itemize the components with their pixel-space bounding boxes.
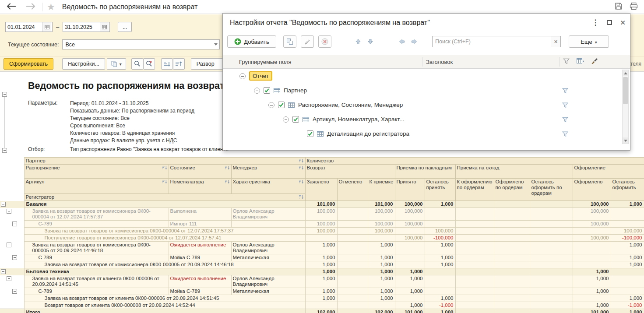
value-cell[interactable]: [494, 201, 530, 208]
value-cell[interactable]: [530, 295, 573, 302]
row-cell[interactable]: Заявка на возврат товаров от комиссионер…: [24, 208, 169, 221]
table-row[interactable]: Заявка на возврат товаров от клиента 0К0…: [0, 295, 644, 302]
value-cell[interactable]: 100,000: [395, 235, 425, 242]
value-cell[interactable]: [455, 254, 494, 261]
header-to-process-orders[interactable]: К оформлению по ордерам: [455, 179, 494, 201]
row-cell[interactable]: Металлическая: [231, 254, 305, 261]
value-cell[interactable]: [530, 235, 573, 242]
header-received[interactable]: Принято: [395, 179, 425, 201]
value-cell[interactable]: [494, 221, 530, 228]
row-label-cell[interactable]: Поступление товаров от комиссионера 0К00…: [24, 235, 305, 242]
table-row[interactable]: С-789Мойка С-789Металлическая1,0001,0001…: [0, 288, 644, 295]
row-cell[interactable]: Орлов Александр Владимирович: [231, 208, 305, 221]
header-nomenclature[interactable]: Номенклатура: [169, 179, 231, 194]
collapse-row-button[interactable]: [1, 269, 6, 274]
value-cell[interactable]: [573, 254, 611, 261]
dialog-menu-icon[interactable]: [591, 18, 599, 27]
row-label-cell[interactable]: Заявка на возврат товаров от комиссионер…: [24, 228, 305, 235]
value-cell[interactable]: [337, 261, 368, 268]
table-row[interactable]: Заявка на возврат товаров от клиента 0К0…: [0, 275, 644, 288]
header-cancelled[interactable]: Отменено: [337, 179, 368, 201]
sort-icon[interactable]: [299, 165, 304, 171]
tree-label[interactable]: Артикул, Номенклатура, Характ...: [313, 116, 404, 123]
value-cell[interactable]: [455, 302, 494, 309]
value-cell[interactable]: [455, 242, 494, 254]
value-cell[interactable]: [425, 208, 455, 221]
row-filter-icon[interactable]: [562, 116, 568, 124]
value-cell[interactable]: [611, 208, 644, 221]
value-cell[interactable]: 1,000: [611, 254, 644, 261]
row-label-cell[interactable]: Заявка на возврат товаров от клиента 0К0…: [24, 295, 305, 302]
value-cell[interactable]: 100,000: [395, 201, 425, 208]
value-cell[interactable]: [494, 235, 530, 242]
value-cell[interactable]: [611, 221, 644, 228]
value-cell[interactable]: 1,000: [305, 275, 337, 288]
table-row[interactable]: Заявка на возврат товаров от комиссионер…: [0, 261, 644, 268]
tree-checkbox[interactable]: [307, 130, 313, 137]
value-cell[interactable]: [530, 302, 573, 309]
row-label-cell[interactable]: Возврат товаров от клиента 0К00-000008 о…: [24, 302, 305, 309]
value-cell[interactable]: [530, 254, 573, 261]
value-cell[interactable]: 100,000: [368, 208, 395, 221]
appearance-brush-icon[interactable]: [591, 58, 598, 64]
value-cell[interactable]: [337, 235, 368, 242]
value-cell[interactable]: 1,000: [611, 309, 644, 313]
tree-row[interactable]: Детализация до регистратора: [223, 127, 621, 141]
value-cell[interactable]: [494, 208, 530, 221]
value-cell[interactable]: 1,000: [425, 254, 455, 261]
move-down-button[interactable]: [366, 37, 375, 46]
tree-row[interactable]: Партнер: [223, 83, 621, 98]
value-cell[interactable]: 1,000: [425, 242, 455, 254]
header-group-processing[interactable]: Оформление: [573, 165, 644, 179]
group-collapse-box[interactable]: [2, 92, 7, 97]
header-order[interactable]: Распоряжение: [24, 165, 169, 179]
value-cell[interactable]: [573, 228, 611, 235]
dialog-close-icon[interactable]: [620, 19, 626, 27]
tree-expander[interactable]: [283, 116, 289, 123]
value-cell[interactable]: [455, 228, 494, 235]
value-cell[interactable]: 101,000: [573, 309, 611, 313]
tree-label[interactable]: Партнер: [284, 87, 307, 94]
group-collapse-box[interactable]: [2, 148, 7, 153]
group-fields-button[interactable]: [283, 35, 296, 48]
value-cell[interactable]: [337, 275, 368, 288]
current-state-select[interactable]: Все: [62, 39, 220, 49]
edit-button[interactable]: [301, 35, 314, 48]
value-cell[interactable]: 100,000: [368, 221, 395, 228]
value-cell[interactable]: [611, 288, 644, 295]
value-cell[interactable]: -100,000: [425, 235, 455, 242]
value-cell[interactable]: 101,000: [305, 201, 337, 208]
value-cell[interactable]: 1,000: [611, 201, 644, 208]
value-cell[interactable]: [395, 261, 425, 268]
header-state[interactable]: Состояние: [169, 165, 231, 179]
move-up-button[interactable]: [353, 37, 363, 46]
value-cell[interactable]: 1,000: [573, 302, 611, 309]
value-cell[interactable]: 101,000: [368, 201, 395, 208]
table-row[interactable]: Бакалея101,000101,000100,0001,000100,000…: [0, 201, 644, 208]
tree-expander[interactable]: [268, 102, 274, 108]
sort-icon[interactable]: [225, 165, 230, 171]
move-right-button[interactable]: [409, 37, 419, 46]
value-cell[interactable]: 100,000: [611, 228, 644, 235]
table-row[interactable]: Возврат товаров от клиента 0К00-000008 о…: [0, 302, 644, 309]
row-cell[interactable]: С-789: [24, 288, 169, 295]
collapse-row-button[interactable]: [12, 289, 17, 294]
value-cell[interactable]: [337, 221, 368, 228]
value-cell[interactable]: 100,000: [395, 208, 425, 221]
value-cell[interactable]: 1,000: [305, 268, 337, 275]
value-cell[interactable]: [530, 221, 573, 228]
favorites-star-icon[interactable]: ★: [47, 2, 55, 12]
value-cell[interactable]: 1,000: [395, 288, 425, 295]
row-cell[interactable]: Ожидается выполнение: [169, 275, 231, 288]
columns-settings-icon[interactable]: [577, 58, 584, 64]
row-label-cell[interactable]: Итого: [24, 309, 305, 313]
value-cell[interactable]: [425, 268, 455, 275]
value-cell[interactable]: 102,000: [368, 309, 395, 313]
search-button[interactable]: [131, 58, 143, 70]
row-cell[interactable]: Импорт 111: [169, 221, 231, 228]
header-processed[interactable]: Оформлено: [573, 179, 611, 201]
value-cell[interactable]: [455, 288, 494, 295]
tree-checkbox[interactable]: [264, 87, 270, 94]
sort-icon[interactable]: [225, 179, 230, 185]
save-button[interactable]: [614, 1, 623, 12]
